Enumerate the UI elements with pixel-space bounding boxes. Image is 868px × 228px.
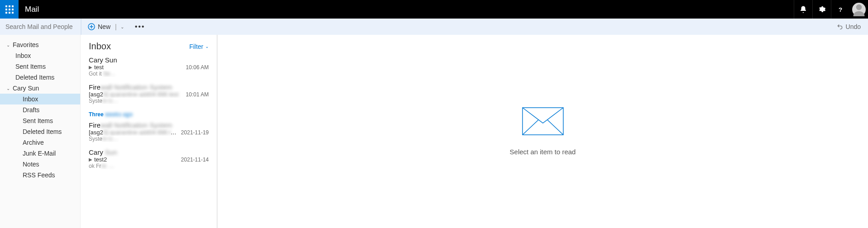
app-title: Mail [25,5,39,14]
nav-item-drafts[interactable]: Drafts [0,104,80,115]
message-subject: test2 [94,156,177,163]
envelope-icon [522,107,564,135]
redacted-text: 0] quarantine add04-996 test [103,91,178,98]
nav-item-favorite[interactable]: Inbox [0,50,80,61]
nav-group-account[interactable]: ⌄ Cary Sun [0,83,80,94]
redacted-text: m U… [102,98,118,104]
nav-group-favorites[interactable]: ⌄ Favorites [0,39,80,50]
undo-label: Undo [846,23,861,30]
nav-item-junk[interactable]: Junk E-Mail [0,148,80,159]
message-list[interactable]: Cary Sun ▶ test 10:06 AM Got it Se… Fire… [81,52,217,228]
svg-text:?: ? [839,6,842,13]
filter-button[interactable]: Filter ⌄ [189,43,209,50]
avatar [852,3,866,16]
svg-line-18 [547,120,563,135]
nav-item-label: Inbox [15,52,31,59]
expand-icon[interactable]: ▶ [89,157,92,162]
search-input[interactable] [5,23,85,30]
help-icon: ? [836,5,844,14]
reading-pane: Select an item to read [217,35,868,228]
more-actions-button[interactable]: ••• [135,23,145,31]
nav-item-label: RSS Feeds [23,171,55,179]
app-launcher-button[interactable] [0,0,19,19]
notifications-button[interactable] [794,0,812,19]
redacted-text: 0] quarantine add04-996 test [103,129,177,136]
message-subject: [asg2 [89,129,103,136]
folder-nav: ⌄ Favorites Inbox Sent Items Deleted Ite… [0,35,81,228]
gear-icon [818,5,826,14]
command-bar: New | ⌄ ••• Undo [81,19,868,35]
nav-item-archive[interactable]: Archive [0,137,80,148]
date-separator: Three weeks ago [81,108,217,119]
message-preview: ok Fr [89,163,101,169]
redacted-text: wall Notification System [101,121,172,129]
message-from: Cary Sun [89,56,117,64]
nav-item-inbox[interactable]: Inbox [0,94,80,104]
expand-icon[interactable]: ▶ [89,65,92,70]
nav-group-label: Cary Sun [13,85,39,92]
svg-rect-3 [5,9,7,10]
nav-item-favorite[interactable]: Deleted Items [0,72,80,83]
message-list-pane: Inbox Filter ⌄ Cary Sun ▶ test 10:06 AM … [81,35,217,228]
message-preview: Syste [89,136,102,142]
redacted-text: m U… [102,136,118,142]
main-area: ⌄ Favorites Inbox Sent Items Deleted Ite… [0,35,868,228]
nav-item-label: Archive [23,139,44,146]
help-button[interactable]: ? [831,0,849,19]
chevron-down-icon: ⌄ [205,44,209,49]
nav-item-label: Sent Items [23,117,53,124]
message-time: 2021-11-14 [181,157,209,163]
chevron-down-icon: ⌄ [6,86,10,91]
message-item[interactable]: Cary Sun ▶ test2 2021-11-14 ok Frnt: … [81,146,217,173]
message-from: Fire [89,121,101,129]
settings-button[interactable] [812,0,831,19]
message-preview: Got it [89,71,102,77]
redacted-text: Sun [103,148,117,156]
message-from: Fire [89,83,101,91]
new-button[interactable]: New | ⌄ [88,23,124,30]
svg-rect-0 [5,5,7,7]
separator: | [115,23,117,30]
message-subject: test [94,64,182,71]
person-icon [852,3,866,16]
nav-item-label: Drafts [23,106,39,114]
message-time: 2021-11-19 [181,129,209,136]
nav-group-label: Favorites [13,41,39,48]
new-dropdown-button[interactable]: ⌄ [120,24,124,29]
nav-item-rss[interactable]: RSS Feeds [0,170,80,180]
undo-icon [837,24,843,30]
search-cell [0,19,81,35]
new-button-label: New [98,23,110,30]
nav-item-favorite[interactable]: Sent Items [0,61,80,72]
plus-circle-icon [88,23,95,30]
message-item[interactable]: Cary Sun ▶ test 10:06 AM Got it Se… [81,53,217,81]
bell-icon [799,5,807,14]
undo-button[interactable]: Undo [837,23,861,30]
message-subject: [asg2 [89,91,103,98]
message-item[interactable]: Firewall Notification System [asg20] qua… [81,81,217,108]
redacted-text: Se… [102,71,115,77]
svg-rect-16 [523,108,563,135]
message-item[interactable]: Firewall Notification System [asg20] qua… [81,119,217,146]
svg-rect-7 [9,12,10,14]
nav-item-notes[interactable]: Notes [0,159,80,170]
svg-line-17 [523,120,538,135]
waffle-icon [5,5,14,14]
svg-point-10 [856,4,862,10]
command-row: New | ⌄ ••• Undo [0,19,868,35]
nav-item-label: Deleted Items [15,74,54,81]
account-button[interactable] [849,0,868,19]
message-preview: Syste [89,98,102,104]
redacted-text: wall Notification System [101,83,172,91]
date-separator-label: Three [89,111,104,118]
nav-item-label: Deleted Items [23,128,62,135]
nav-item-sent[interactable]: Sent Items [0,115,80,126]
nav-item-deleted[interactable]: Deleted Items [0,126,80,137]
svg-rect-5 [12,9,14,10]
svg-rect-1 [9,5,10,7]
reading-empty-text: Select an item to read [510,148,576,156]
nav-item-label: Junk E-Mail [23,150,56,157]
nav-item-label: Inbox [23,95,38,103]
message-time: 10:01 AM [186,91,209,98]
chevron-down-icon: ⌄ [6,43,10,48]
